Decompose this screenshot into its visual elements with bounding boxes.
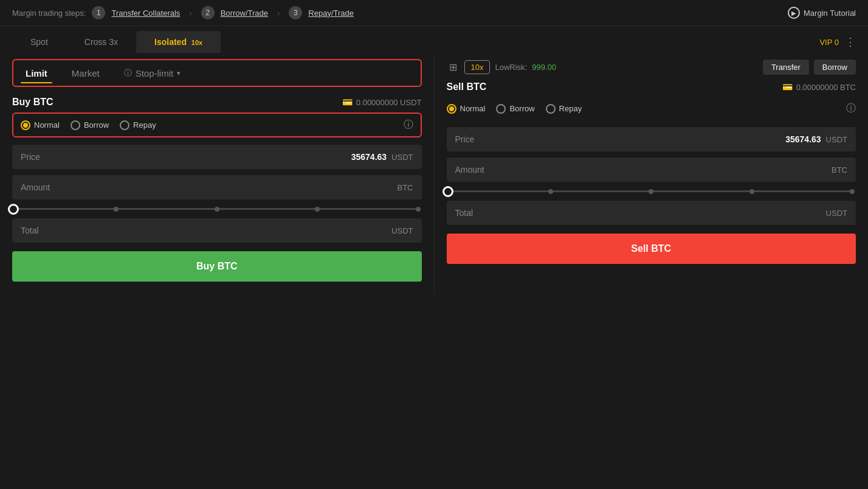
tab-bar: Spot Cross 3x Isolated 10x VIP 0 ⋮ bbox=[0, 26, 868, 53]
tutorial-label: Margin Tutorial bbox=[804, 9, 856, 18]
buy-slider-track bbox=[13, 208, 421, 210]
buy-amount-label: Amount bbox=[21, 182, 50, 192]
buy-radio-normal-circle bbox=[21, 120, 30, 130]
tab-spot[interactable]: Spot bbox=[12, 31, 66, 53]
sell-slider-dots bbox=[448, 189, 855, 194]
buy-slider-dots bbox=[13, 207, 421, 212]
dropdown-icon: ▾ bbox=[177, 69, 181, 77]
buy-amount-field[interactable]: Amount BTC bbox=[12, 175, 422, 199]
buy-radio-borrow[interactable]: Borrow bbox=[71, 120, 109, 130]
step3-link[interactable]: Repay/Trade bbox=[308, 9, 354, 18]
sell-amount-currency: BTC bbox=[832, 165, 847, 175]
buy-btc-button[interactable]: Buy BTC bbox=[12, 251, 422, 282]
tab-stop-limit[interactable]: ⓘ Stop-limit ▾ bbox=[112, 63, 193, 83]
sell-wallet-icon: 💳 bbox=[782, 82, 793, 92]
buy-radio-repay[interactable]: Repay bbox=[120, 120, 156, 130]
sell-radio-repay[interactable]: Repay bbox=[546, 104, 582, 114]
sell-radio-borrow[interactable]: Borrow bbox=[496, 104, 534, 114]
buy-radio-repay-circle bbox=[120, 120, 129, 130]
buy-amount-value-row: BTC bbox=[398, 183, 413, 192]
vip-label: VIP 0 bbox=[819, 38, 839, 47]
sell-total-label: Total bbox=[455, 208, 474, 218]
sell-price-currency: USDT bbox=[826, 135, 847, 144]
isolated-badge: 10x bbox=[191, 39, 202, 46]
buy-price-field[interactable]: Price 35674.63 USDT bbox=[12, 145, 422, 169]
play-icon: ▶ bbox=[788, 7, 800, 19]
sell-price-value: 35674.63 bbox=[785, 134, 821, 144]
margin-steps-label: Margin trading steps: bbox=[12, 9, 86, 18]
tab-limit[interactable]: Limit bbox=[13, 63, 60, 83]
buy-info-icon[interactable]: ⓘ bbox=[404, 119, 413, 131]
sell-slider-dot-100 bbox=[850, 189, 855, 194]
sell-panel: ⊞ 10x LowRisk: 999.00 Transfer Borrow Se… bbox=[435, 53, 869, 294]
buy-title: Buy BTC bbox=[12, 97, 53, 108]
buy-price-value-row: 35674.63 USDT bbox=[351, 152, 413, 162]
sell-total-currency: USDT bbox=[826, 209, 847, 218]
sell-order-mode-selector: Normal Borrow Repay ⓘ bbox=[447, 97, 856, 120]
step1-link[interactable]: Transfer Collaterals bbox=[111, 9, 180, 18]
sell-radio-normal-label: Normal bbox=[460, 104, 486, 113]
sell-slider-dot-50 bbox=[649, 189, 653, 194]
buy-radio-normal[interactable]: Normal bbox=[21, 120, 60, 130]
sell-price-value-row: 35674.63 USDT bbox=[785, 134, 847, 144]
buy-total-field[interactable]: Total USDT bbox=[12, 218, 422, 243]
buy-order-mode-selector: Normal Borrow Repay ⓘ bbox=[12, 113, 422, 137]
sell-balance: 0.00000000 BTC bbox=[796, 83, 856, 92]
sell-total-field[interactable]: Total USDT bbox=[447, 201, 856, 225]
transfer-button[interactable]: Transfer bbox=[763, 60, 809, 75]
tab-cross[interactable]: Cross 3x bbox=[66, 31, 136, 53]
sell-amount-field[interactable]: Amount BTC bbox=[447, 158, 856, 182]
buy-balance: 0.00000000 USDT bbox=[356, 98, 422, 107]
buy-slider-dot-25 bbox=[114, 207, 119, 212]
buy-total-label: Total bbox=[21, 226, 39, 235]
sell-radio-repay-label: Repay bbox=[559, 104, 582, 113]
sell-toolbar-row: ⊞ 10x LowRisk: 999.00 Transfer Borrow bbox=[447, 59, 856, 75]
step3-num: 3 bbox=[289, 6, 302, 19]
sell-balance-row: 💳 0.00000000 BTC bbox=[782, 82, 856, 92]
sell-slider-handle[interactable] bbox=[443, 186, 453, 197]
isolated-label: Isolated bbox=[154, 37, 187, 47]
sell-radio-repay-circle bbox=[546, 104, 556, 114]
low-risk-value: 999.00 bbox=[532, 63, 556, 72]
calculator-icon[interactable]: ⊞ bbox=[447, 59, 460, 75]
sell-slider-dot-75 bbox=[749, 189, 754, 194]
margin-tutorial-btn[interactable]: ▶ Margin Tutorial bbox=[788, 7, 856, 19]
tab-isolated[interactable]: Isolated 10x bbox=[136, 31, 221, 53]
buy-total-currency: USDT bbox=[391, 226, 413, 235]
arrow2: › bbox=[277, 9, 280, 18]
sell-price-label: Price bbox=[455, 134, 475, 144]
buy-radio-repay-label: Repay bbox=[133, 120, 156, 130]
step1-num: 1 bbox=[92, 6, 105, 19]
buy-slider-dot-50 bbox=[215, 207, 219, 212]
step2-link[interactable]: Borrow/Trade bbox=[221, 9, 268, 18]
tab-market[interactable]: Market bbox=[60, 63, 112, 83]
buy-slider-dot-100 bbox=[416, 207, 421, 212]
sell-section-header: Sell BTC 💳 0.00000000 BTC bbox=[447, 82, 856, 92]
sell-slider-dot-25 bbox=[548, 189, 553, 194]
buy-radio-normal-label: Normal bbox=[34, 120, 60, 130]
sell-radio-borrow-circle bbox=[496, 104, 506, 114]
buy-price-currency: USDT bbox=[391, 153, 413, 162]
main-content: Limit Market ⓘ Stop-limit ▾ Buy BTC 💳 0.… bbox=[0, 53, 868, 294]
buy-slider[interactable] bbox=[12, 208, 422, 210]
buy-section-header: Buy BTC 💳 0.00000000 USDT bbox=[12, 97, 422, 108]
leverage-badge[interactable]: 10x bbox=[464, 60, 491, 74]
sell-price-field[interactable]: Price 35674.63 USDT bbox=[447, 127, 856, 151]
sell-radio-normal[interactable]: Normal bbox=[447, 104, 486, 114]
buy-price-label: Price bbox=[21, 152, 40, 162]
buy-balance-row: 💳 0.00000000 USDT bbox=[342, 97, 422, 107]
buy-price-value: 35674.63 bbox=[351, 152, 387, 162]
step2-num: 2 bbox=[201, 6, 215, 19]
sell-slider[interactable] bbox=[447, 190, 856, 192]
sell-info-icon[interactable]: ⓘ bbox=[846, 102, 856, 115]
info-circle-icon: ⓘ bbox=[124, 68, 132, 78]
wallet-icon: 💳 bbox=[342, 97, 353, 107]
buy-slider-dot-75 bbox=[315, 207, 320, 212]
sell-radio-normal-circle bbox=[447, 104, 456, 114]
sell-btc-button[interactable]: Sell BTC bbox=[447, 234, 856, 264]
borrow-button[interactable]: Borrow bbox=[814, 60, 856, 75]
more-menu-icon[interactable]: ⋮ bbox=[845, 35, 856, 49]
buy-panel: Limit Market ⓘ Stop-limit ▾ Buy BTC 💳 0.… bbox=[0, 53, 435, 294]
sell-radio-borrow-label: Borrow bbox=[509, 104, 534, 113]
buy-slider-handle[interactable] bbox=[8, 204, 19, 215]
